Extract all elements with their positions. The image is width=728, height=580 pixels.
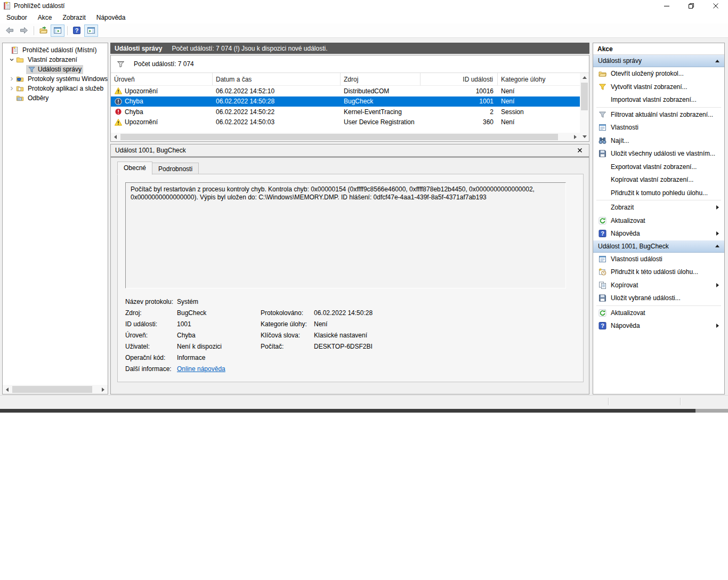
action-refresh-event[interactable]: Aktualizovat (593, 307, 724, 320)
column-header-level[interactable]: Úroveň (111, 73, 213, 85)
table-row[interactable]: Upozornění 06.02.2022 14:50:03 User Devi… (111, 117, 580, 128)
scroll-down-arrow[interactable] (580, 132, 589, 141)
actions-section-header-admin-events[interactable]: Události správy (593, 55, 724, 67)
action-import-custom-view[interactable]: Importovat vlastní zobrazení... (593, 93, 724, 107)
minimize-button[interactable] (654, 0, 679, 12)
scroll-right-arrow[interactable] (99, 385, 108, 394)
table-row[interactable]: Chyba 06.02.2022 14:50:22 Kernel-EventTr… (111, 107, 580, 117)
table-row[interactable]: Upozornění 06.02.2022 14:52:10 Distribut… (111, 86, 580, 96)
action-attach-task-to-view[interactable]: Přidružit k tomuto pohledu úlohu... (593, 187, 724, 200)
action-save-all-events[interactable]: Uložit všechny události ve vlastním... (593, 147, 724, 160)
tree-item-label: Prohlížeč událostí (Místní) (21, 46, 98, 54)
chevron-right-icon[interactable] (8, 75, 15, 83)
field-value: Systém (177, 298, 261, 305)
event-count-text: Počet událostí: 7 074 (134, 60, 194, 68)
find-icon (598, 136, 607, 145)
chevron-down-icon[interactable] (8, 56, 15, 63)
restore-icon (689, 3, 694, 9)
scroll-left-arrow[interactable] (3, 385, 12, 394)
column-header-datetime[interactable]: Datum a čas (213, 73, 341, 85)
tree-item-custom-views[interactable]: Vlastní zobrazení (3, 55, 108, 65)
scroll-left-arrow[interactable] (111, 133, 120, 142)
action-copy-custom-view[interactable]: Kopírovat vlastní zobrazení... (593, 173, 724, 187)
tree-item-admin-events[interactable]: Události správy (3, 65, 108, 74)
action-event-properties[interactable]: Vlastnosti události (593, 253, 724, 266)
action-find[interactable]: Najít... (593, 134, 724, 148)
save-icon (598, 149, 607, 158)
tree-item-label: Vlastní zobrazení (26, 55, 79, 64)
scrollbar-thumb[interactable] (581, 83, 588, 110)
folder-windows-icon (15, 75, 25, 83)
folder-documents-icon (15, 85, 25, 93)
field-value: BugCheck (177, 309, 261, 317)
tree-horizontal-scrollbar[interactable] (3, 385, 108, 394)
table-row-selected[interactable]: Chyba 06.02.2022 14:50:28 BugCheck 1001 … (111, 96, 580, 107)
action-save-selected-events[interactable]: Uložit vybrané události... (593, 292, 724, 305)
tree-item-subscriptions[interactable]: Odběry (3, 93, 108, 103)
action-copy-submenu[interactable]: Kopírovat (593, 279, 724, 292)
action-export-custom-view[interactable]: Exportovat vlastní zobrazení... (593, 160, 724, 174)
column-header-event-id[interactable]: ID události (420, 73, 498, 85)
scroll-up-arrow[interactable] (580, 73, 589, 82)
action-attach-task-to-event[interactable]: Přidružit k této události úlohu... (593, 265, 724, 279)
tree-item-root[interactable]: Prohlížeč událostí (Místní) (3, 45, 108, 55)
folder-table-icon (15, 94, 25, 102)
help-icon: ? (72, 26, 81, 35)
window-title: Prohlížeč událostí (14, 2, 64, 10)
action-help-submenu[interactable]: ? Nápověda (593, 227, 724, 240)
scroll-right-arrow[interactable] (571, 133, 580, 142)
tab-obecne[interactable]: Obecné (117, 162, 152, 175)
event-description[interactable]: Počítač byl restartován z procesu kontro… (125, 182, 566, 288)
close-button[interactable] (703, 0, 728, 12)
field-label: Počítač: (261, 343, 314, 350)
column-header-category[interactable]: Kategorie úlohy (498, 73, 580, 85)
field-label: Uživatel: (125, 343, 177, 350)
back-button[interactable] (3, 25, 17, 37)
action-create-custom-view[interactable]: Vytvořit vlastní zobrazení... (593, 80, 724, 94)
actions-separator (596, 305, 721, 306)
tab-podrobnosti[interactable]: Podrobnosti (152, 163, 199, 175)
console-tree-toggle-button[interactable] (51, 25, 64, 37)
restore-button[interactable] (679, 0, 703, 12)
copy-icon (598, 281, 607, 289)
tree-item-windows-logs[interactable]: Protokoly systému Windows (3, 74, 108, 84)
warning-icon (114, 87, 123, 95)
toolbar: ? (0, 23, 728, 38)
app-icon (3, 2, 11, 10)
scrollbar-thumb[interactable] (12, 386, 92, 393)
close-icon (578, 148, 582, 152)
action-filter-current-view[interactable]: Filtrovat aktuální vlastní zobrazení... (593, 108, 724, 122)
menu-napoveda[interactable]: Nápověda (91, 12, 131, 23)
taskbar-edge-light-segment (695, 409, 728, 413)
console-tree-icon (53, 26, 62, 35)
action-refresh[interactable]: Aktualizovat (593, 214, 724, 228)
action-properties[interactable]: Vlastnosti (593, 121, 724, 134)
online-help-link[interactable]: Online nápověda (177, 365, 225, 373)
actions-section-header-event[interactable]: Událost 1001, BugCheck (593, 240, 724, 253)
help-button[interactable]: ? (70, 25, 84, 37)
table-horizontal-scrollbar[interactable] (111, 133, 580, 141)
actions-separator (596, 107, 721, 108)
action-open-saved-log[interactable]: Otevřít uložený protokol... (593, 67, 724, 80)
menu-akce[interactable]: Akce (33, 12, 58, 23)
submenu-arrow-icon (716, 231, 719, 236)
action-pane-toggle-button[interactable] (84, 25, 98, 37)
field-label: Operační kód: (125, 354, 177, 361)
tree-item-app-logs[interactable]: Protokoly aplikací a služeb (3, 84, 108, 93)
submenu-arrow-icon (716, 205, 719, 210)
tree-item-label: Protokoly aplikací a služeb (26, 84, 105, 93)
field-label: Kategorie úlohy: (261, 320, 314, 328)
detail-close-button[interactable] (575, 146, 585, 155)
table-vertical-scrollbar[interactable] (580, 73, 589, 141)
action-view-submenu[interactable]: Zobrazit (593, 201, 724, 214)
open-saved-log-button[interactable] (36, 25, 50, 37)
menu-zobrazit[interactable]: Zobrazit (57, 12, 91, 23)
scrollbar-thumb[interactable] (120, 134, 558, 140)
event-detail-panel: Událost 1001, BugCheck Obecné Podrobnost… (110, 144, 589, 394)
menu-soubor[interactable]: Soubor (1, 12, 33, 23)
column-header-source[interactable]: Zdroj (341, 73, 420, 85)
forward-button[interactable] (17, 25, 31, 37)
collapse-icon (715, 60, 719, 62)
chevron-right-icon[interactable] (8, 85, 15, 92)
action-help-event-submenu[interactable]: ? Nápověda (593, 319, 724, 333)
